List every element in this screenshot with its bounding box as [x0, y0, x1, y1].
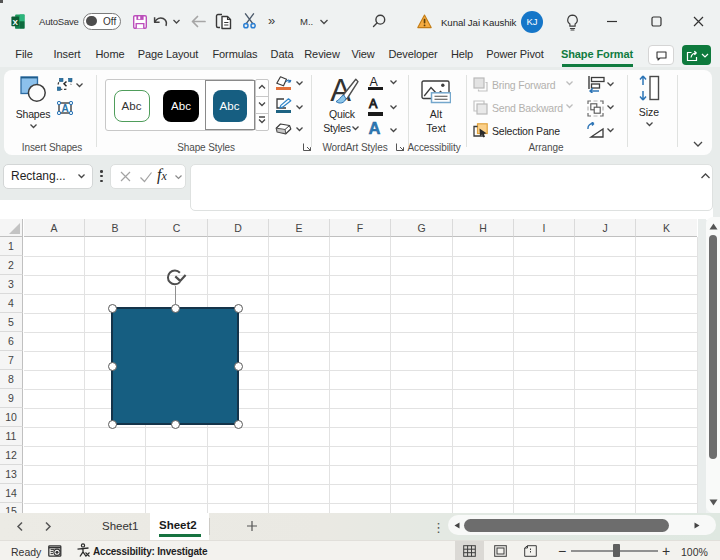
svg-text:X: X	[13, 17, 19, 26]
svg-text:A: A	[61, 102, 68, 113]
